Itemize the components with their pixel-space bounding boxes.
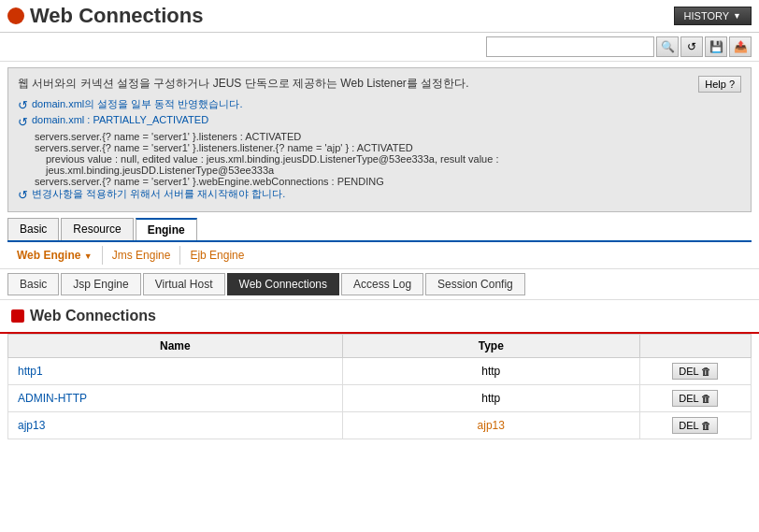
history-button[interactable]: HISTORY ▼: [674, 7, 752, 25]
engine-subtabs: Web Engine ▼ Jms Engine Ejb Engine: [0, 242, 759, 269]
section-header: Web Connections: [0, 300, 759, 334]
search-button[interactable]: 🔍: [656, 36, 679, 57]
table-row: http1httpDEL 🗑: [8, 358, 752, 385]
delete-button[interactable]: DEL 🗑: [672, 363, 718, 380]
table-area: Name Type http1httpDEL 🗑ADMIN-HTTPhttpDE…: [0, 334, 759, 447]
delete-button[interactable]: DEL 🗑: [672, 390, 718, 407]
col-header-action: [639, 335, 751, 358]
export-button[interactable]: 📤: [729, 36, 752, 57]
info-line-1: ↺ domain.xml의 설정을 일부 동적 반영했습니다.: [18, 97, 741, 112]
section-icon: [11, 309, 24, 323]
info-line-5: previous value : null, edited value : je…: [46, 153, 741, 165]
info-line-4: servers.server.{? name = 'server1' }.lis…: [35, 142, 741, 153]
subtab-web-engine[interactable]: Web Engine ▼: [7, 246, 103, 265]
info-text-1: domain.xml의 설정을 일부 동적 반영했습니다.: [32, 97, 243, 111]
info-text-2: domain.xml : PARTIALLY_ACTIVATED: [32, 114, 208, 125]
refresh-icon-2: ↺: [18, 115, 28, 129]
connection-type-cell: http: [342, 358, 639, 385]
tab-jsp-engine[interactable]: Jsp Engine: [61, 273, 140, 295]
page-header: Web Connections HISTORY ▼: [0, 0, 759, 33]
tab-virtual-host[interactable]: Virtual Host: [143, 273, 225, 295]
section-title-text: Web Connections: [30, 308, 156, 324]
table-row: ADMIN-HTTPhttpDEL 🗑: [8, 385, 752, 412]
subtab-ejb-engine[interactable]: Ejb Engine: [180, 246, 253, 265]
connection-name-cell[interactable]: ajp13: [8, 412, 343, 439]
main-tabs: Basic Resource Engine: [7, 218, 752, 242]
second-tabs: Basic Jsp Engine Virtual Host Web Connec…: [0, 269, 759, 300]
tab-access-log[interactable]: Access Log: [341, 273, 423, 295]
subtab-jms-engine[interactable]: Jms Engine: [103, 246, 181, 265]
col-header-name: Name: [8, 335, 343, 358]
tab-basic[interactable]: Basic: [7, 218, 59, 240]
connection-type-cell: ajp13: [342, 412, 639, 439]
chevron-down-icon-2: ▼: [84, 252, 93, 261]
col-header-type: Type: [342, 335, 639, 358]
tab-basic-2[interactable]: Basic: [7, 273, 59, 295]
connection-name-cell[interactable]: http1: [8, 358, 343, 385]
connection-action-cell: DEL 🗑: [639, 412, 751, 439]
info-line-7: servers.server.{? name = 'server1' }.web…: [35, 176, 741, 187]
save-button[interactable]: 💾: [705, 36, 727, 57]
info-line-3: servers.server.{? name = 'server1' }.lis…: [35, 131, 741, 142]
connection-name-cell[interactable]: ADMIN-HTTP: [8, 385, 343, 412]
table-header-row: Name Type: [8, 335, 752, 358]
tab-resource[interactable]: Resource: [61, 218, 133, 240]
info-line-2: ↺ domain.xml : PARTIALLY_ACTIVATED: [18, 114, 741, 129]
web-connections-icon: [7, 7, 24, 24]
info-title: 웹 서버와의 커넥션 설정을 구성하거나 JEUS 단독으로 제공하는 Web …: [18, 76, 741, 92]
info-box: Help ? 웹 서버와의 커넥션 설정을 구성하거나 JEUS 단독으로 제공…: [7, 67, 752, 212]
page-title: Web Connections: [30, 4, 203, 28]
table-row: ajp13ajp13DEL 🗑: [8, 412, 752, 439]
delete-button[interactable]: DEL 🗑: [672, 417, 718, 434]
connections-table: Name Type http1httpDEL 🗑ADMIN-HTTPhttpDE…: [7, 334, 752, 439]
refresh-button[interactable]: ↺: [680, 36, 703, 57]
refresh-icon-3: ↺: [18, 188, 28, 202]
search-input[interactable]: [486, 36, 654, 57]
history-label: HISTORY: [684, 10, 730, 22]
info-line-6: jeus.xml.binding.jeusDD.ListenerType@53e…: [46, 165, 741, 176]
connection-type-cell: http: [342, 385, 639, 412]
info-text-8: 변경사항을 적용하기 위해서 서버를 재시작해야 합니다.: [32, 187, 285, 201]
tab-session-config[interactable]: Session Config: [425, 273, 525, 295]
info-line-8: ↺ 변경사항을 적용하기 위해서 서버를 재시작해야 합니다.: [18, 187, 741, 202]
chevron-down-icon: ▼: [733, 11, 741, 21]
tab-engine[interactable]: Engine: [136, 218, 197, 240]
web-engine-label: Web Engine: [17, 249, 80, 262]
help-button[interactable]: Help ?: [698, 76, 741, 93]
table-body: http1httpDEL 🗑ADMIN-HTTPhttpDEL 🗑ajp13aj…: [8, 358, 752, 439]
toolbar: 🔍 ↺ 💾 📤: [0, 33, 759, 62]
tab-web-connections[interactable]: Web Connections: [227, 273, 340, 295]
connection-action-cell: DEL 🗑: [639, 385, 751, 412]
connection-action-cell: DEL 🗑: [639, 358, 751, 385]
refresh-icon-1: ↺: [18, 98, 28, 112]
